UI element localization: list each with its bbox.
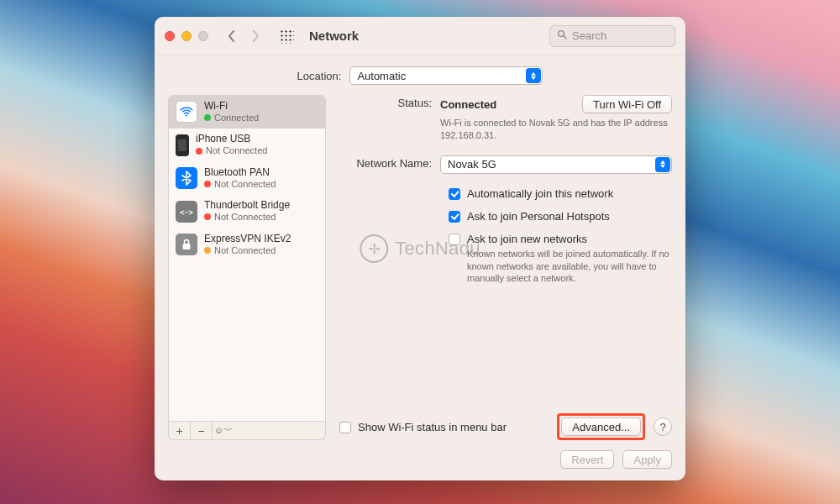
sidebar-item-status: Not Connected bbox=[214, 179, 276, 190]
sidebar-item-label: iPhone USB bbox=[196, 134, 267, 145]
show-all-prefs-icon[interactable] bbox=[279, 29, 294, 44]
back-button[interactable] bbox=[222, 26, 242, 46]
minimize-window-icon[interactable] bbox=[181, 31, 192, 41]
titlebar: Network Search bbox=[155, 17, 685, 55]
ask-new-networks-subtext: Known networks will be joined automatica… bbox=[467, 248, 672, 286]
ask-new-networks-checkbox[interactable] bbox=[449, 234, 460, 245]
sidebar-item-expressvpn-ikev2[interactable]: ExpressVPN IKEv2 Not Connected bbox=[169, 228, 325, 261]
sidebar-item-status: Connected bbox=[214, 113, 259, 123]
select-stepper-icon bbox=[526, 68, 541, 83]
zoom-window-icon[interactable] bbox=[198, 31, 208, 41]
select-stepper-icon bbox=[655, 157, 670, 172]
toggle-wifi-button[interactable]: Turn Wi-Fi Off bbox=[582, 95, 672, 113]
sidebar-footer: + − ☺︎﹀ bbox=[168, 422, 326, 440]
advanced-highlight: Advanced... bbox=[557, 413, 645, 440]
sidebar-item-bluetooth-pan[interactable]: Bluetooth PAN Not Connected bbox=[169, 162, 325, 195]
status-dot-icon bbox=[204, 213, 211, 220]
status-dot-icon bbox=[204, 247, 211, 254]
forward-button[interactable] bbox=[245, 26, 265, 46]
network-preferences-window: Network Search Location: Automatic bbox=[155, 17, 685, 480]
status-dot-icon bbox=[196, 148, 202, 155]
status-dot-icon bbox=[204, 114, 211, 121]
status-dot-icon bbox=[204, 181, 211, 187]
bluetooth-icon bbox=[176, 167, 197, 189]
svg-rect-4 bbox=[183, 244, 191, 249]
auto-join-network-label: Automatically join this network bbox=[467, 187, 613, 200]
show-wifi-menubar-label: Show Wi-Fi status in menu bar bbox=[358, 421, 507, 433]
sidebar-item-label: Bluetooth PAN bbox=[204, 167, 276, 179]
advanced-button[interactable]: Advanced... bbox=[561, 417, 641, 436]
sidebar-item-thunderbolt-bridge[interactable]: <··> Thunderbolt Bridge Not Connected bbox=[169, 195, 325, 228]
close-window-icon[interactable] bbox=[165, 31, 175, 41]
svg-text:<··>: <··> bbox=[180, 208, 193, 217]
window-title: Network bbox=[309, 29, 359, 43]
revert-button[interactable]: Revert bbox=[560, 450, 614, 469]
thunderbolt-icon: <··> bbox=[176, 201, 197, 223]
location-select[interactable]: Automatic bbox=[349, 66, 543, 85]
remove-service-button[interactable]: − bbox=[191, 422, 213, 439]
status-subtext: Wi-Fi is connected to Novak 5G and has t… bbox=[440, 117, 672, 142]
apply-button[interactable]: Apply bbox=[622, 450, 672, 469]
svg-line-1 bbox=[564, 36, 566, 39]
search-icon bbox=[557, 29, 567, 42]
wifi-icon bbox=[176, 101, 197, 123]
services-sidebar: Wi-Fi Connected iPhone USB Not Connected bbox=[168, 95, 326, 440]
location-value: Automatic bbox=[357, 70, 406, 82]
sidebar-item-status: Not Connected bbox=[206, 145, 267, 156]
location-label: Location: bbox=[297, 70, 342, 82]
ask-personal-hotspots-checkbox[interactable] bbox=[449, 211, 460, 223]
auto-join-network-checkbox[interactable] bbox=[449, 188, 460, 200]
sidebar-item-label: Thunderbolt Bridge bbox=[204, 200, 290, 212]
sidebar-item-wifi[interactable]: Wi-Fi Connected bbox=[169, 96, 325, 129]
sidebar-item-status: Not Connected bbox=[214, 212, 276, 223]
svg-point-0 bbox=[559, 31, 564, 37]
iphone-icon bbox=[176, 134, 189, 156]
network-name-label: Network Name: bbox=[339, 155, 440, 170]
show-wifi-menubar-checkbox[interactable] bbox=[339, 422, 351, 433]
network-name-value: Novak 5G bbox=[448, 158, 496, 171]
sidebar-item-label: Wi-Fi bbox=[204, 101, 259, 113]
service-detail-panel: Status: Connected Turn Wi-Fi Off Wi-Fi i… bbox=[336, 95, 672, 440]
network-name-select[interactable]: Novak 5G bbox=[440, 155, 672, 174]
sidebar-item-iphone-usb[interactable]: iPhone USB Not Connected bbox=[169, 129, 325, 161]
sidebar-item-label: ExpressVPN IKEv2 bbox=[204, 234, 291, 245]
search-field[interactable]: Search bbox=[549, 25, 675, 47]
service-actions-button[interactable]: ☺︎﹀ bbox=[213, 422, 234, 439]
window-controls bbox=[165, 31, 208, 41]
add-service-button[interactable]: + bbox=[169, 422, 191, 439]
status-label: Status: bbox=[339, 95, 440, 109]
status-value: Connected bbox=[440, 98, 496, 111]
search-placeholder: Search bbox=[572, 29, 606, 42]
ask-new-networks-label: Ask to join new networks bbox=[467, 233, 672, 245]
help-button[interactable]: ? bbox=[654, 417, 672, 436]
sidebar-item-status: Not Connected bbox=[214, 245, 276, 256]
location-row: Location: Automatic bbox=[155, 55, 685, 95]
window-footer: Revert Apply bbox=[155, 450, 685, 480]
lock-icon bbox=[176, 234, 197, 255]
ask-personal-hotspots-label: Ask to join Personal Hotspots bbox=[467, 210, 610, 223]
svg-point-2 bbox=[186, 115, 187, 117]
